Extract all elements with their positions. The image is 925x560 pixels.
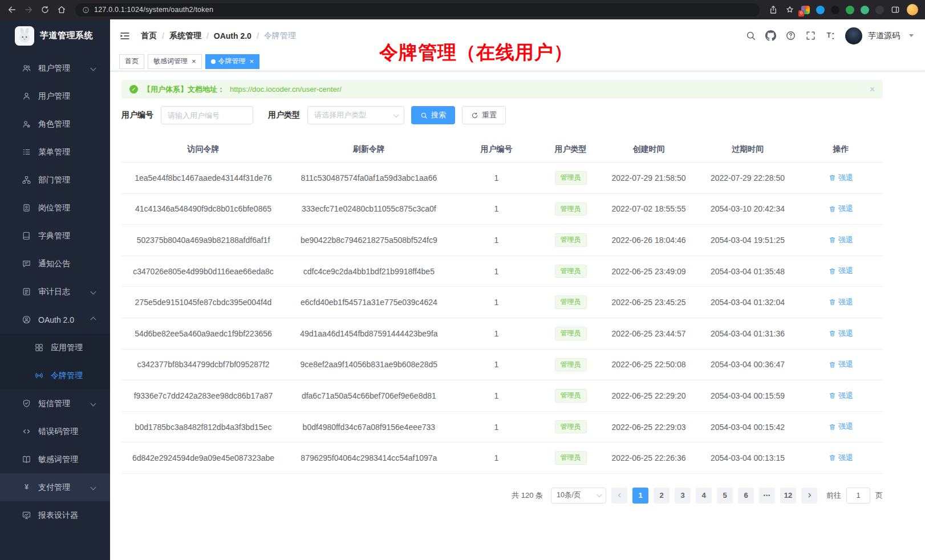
view-tab-3[interactable]: 令牌管理 × xyxy=(205,54,260,69)
user-id-input[interactable] xyxy=(161,106,253,124)
github-icon[interactable] xyxy=(765,30,776,41)
address-bar[interactable]: 127.0.0.1:1024/system/oauth2/token xyxy=(75,3,760,17)
sidebar-item-sensitive[interactable]: 敏感词管理 xyxy=(0,445,110,473)
extension-icon-6[interactable] xyxy=(875,6,884,14)
page-button-12[interactable]: 12 xyxy=(780,488,796,504)
expire-time-cell: 2054-03-04 01:31:36 xyxy=(696,318,799,349)
app-logo[interactable]: 芋道管理系统 xyxy=(0,19,110,52)
force-logout-button[interactable]: 强退 xyxy=(829,235,853,245)
force-logout-button[interactable]: 强退 xyxy=(829,453,853,463)
page-button-4[interactable]: 4 xyxy=(696,488,712,504)
breadcrumb: 首页/系统管理/OAuth 2.0/令牌管理 xyxy=(141,31,296,41)
extension-icon-3[interactable] xyxy=(831,6,839,14)
column-header: 操作 xyxy=(799,137,883,163)
user-type-cell: 管理员 xyxy=(540,349,601,380)
page-size-select[interactable]: 10条/页 xyxy=(551,488,606,504)
sidebar-item-post[interactable]: 岗位管理 xyxy=(0,194,110,222)
extension-icon-2[interactable] xyxy=(816,6,825,14)
site-info-icon[interactable] xyxy=(82,6,90,14)
page-button-3[interactable]: 3 xyxy=(675,488,691,504)
view-tab-2[interactable]: 敏感词管理 × xyxy=(148,54,202,69)
table-row: f9336e7c7dd242a283ee98dc86b17a87 dfa6c71… xyxy=(121,380,883,412)
extension-icon-1[interactable]: 0 xyxy=(801,6,810,14)
font-size-icon[interactable]: T xyxy=(825,30,836,41)
force-logout-button[interactable]: 强退 xyxy=(829,297,853,307)
close-icon[interactable]: × xyxy=(250,58,254,65)
force-logout-button[interactable]: 强退 xyxy=(829,391,853,401)
sidebar-item-dict[interactable]: 字典管理 xyxy=(0,222,110,250)
bookmark-star-icon[interactable] xyxy=(785,5,795,15)
breadcrumb-item[interactable]: 首页 xyxy=(141,31,157,41)
next-page-button[interactable] xyxy=(801,488,817,504)
force-logout-button[interactable]: 强退 xyxy=(829,421,853,432)
sidebar-item-sms[interactable]: 短信管理 xyxy=(0,389,110,417)
forward-button[interactable] xyxy=(23,5,34,15)
goto-page-input[interactable] xyxy=(846,488,870,504)
share-icon[interactable] xyxy=(768,5,778,15)
close-icon[interactable]: × xyxy=(192,58,196,65)
sidebar-item-oauth[interactable]: OAuth 2.0 xyxy=(0,306,110,334)
force-logout-label: 强退 xyxy=(838,421,853,432)
expire-time-cell: 2054-03-04 00:13:15 xyxy=(696,443,799,474)
force-logout-button[interactable]: 强退 xyxy=(829,204,853,214)
extension-icon-4[interactable] xyxy=(846,6,854,14)
sidebar-item-menu[interactable]: 菜单管理 xyxy=(0,138,110,166)
force-logout-button[interactable]: 强退 xyxy=(829,266,853,276)
sidebar-item-app[interactable]: 应用管理 xyxy=(0,334,110,362)
sidebar-item-pay[interactable]: 支付管理 xyxy=(0,473,110,501)
breadcrumb-item[interactable]: OAuth 2.0 xyxy=(214,31,251,40)
refresh-token-cell: 333ecfc71e02480cb11055c875c3ca0f xyxy=(285,193,453,225)
page-button-2[interactable]: 2 xyxy=(654,488,670,504)
sidebar-item-report[interactable]: 报表设计器 xyxy=(0,501,110,529)
sidebar-item-log[interactable]: 审计日志 xyxy=(0,278,110,306)
sidebar-item-label: 用户管理 xyxy=(38,91,70,102)
force-logout-button[interactable]: 强退 xyxy=(829,328,853,339)
help-icon[interactable] xyxy=(785,30,796,41)
sidebar-item-errcode[interactable]: 错误码管理 xyxy=(0,417,110,445)
chevron-icon xyxy=(91,289,96,295)
page-button-6[interactable]: 6 xyxy=(738,488,754,504)
back-button[interactable] xyxy=(7,5,17,15)
table-row: c347026e805e4d99b0d116eae66eda8c cdfc4ce… xyxy=(121,255,883,287)
user-type-select[interactable]: 请选择用户类型 xyxy=(307,106,404,124)
force-logout-label: 强退 xyxy=(838,359,853,370)
page-ellipsis[interactable]: ••• xyxy=(759,488,775,504)
menu-icon xyxy=(22,482,31,492)
home-button[interactable] xyxy=(56,5,67,15)
view-tab-1[interactable]: 首页 xyxy=(119,54,144,69)
page-button-1[interactable]: 1 xyxy=(632,488,648,504)
force-logout-label: 强退 xyxy=(838,266,853,276)
search-button[interactable]: 搜索 xyxy=(411,106,455,124)
extension-icon-5[interactable] xyxy=(861,6,869,14)
force-logout-button[interactable]: 强退 xyxy=(829,359,853,370)
sidebar-item-tenant[interactable]: 租户管理 xyxy=(0,54,110,82)
alert-close-icon[interactable]: × xyxy=(870,85,875,94)
access-token-cell: c342377bf8b344799dcbf7bf095287f2 xyxy=(121,349,285,380)
user-avatar[interactable] xyxy=(845,27,862,44)
reload-button[interactable] xyxy=(40,5,50,15)
prev-page-button[interactable] xyxy=(611,488,627,504)
search-icon[interactable] xyxy=(745,30,756,41)
user-menu-caret-icon[interactable] xyxy=(909,34,914,37)
chevron-icon xyxy=(91,485,96,490)
user-type-badge: 管理员 xyxy=(555,420,587,434)
refresh-token-cell: 49d1aa46d1454fbd87591444423be9fa xyxy=(285,318,453,349)
breadcrumb-item[interactable]: 系统管理 xyxy=(169,31,201,41)
reset-button[interactable]: 重置 xyxy=(462,106,506,124)
force-logout-button[interactable]: 强退 xyxy=(829,173,853,183)
sidebar-item-user[interactable]: 用户管理 xyxy=(0,82,110,110)
action-cell: 强退 xyxy=(799,225,883,256)
alert-link[interactable]: https://doc.iocoder.cn/user-center/ xyxy=(230,85,342,94)
sidebar-item-label: 岗位管理 xyxy=(38,203,70,213)
page-button-5[interactable]: 5 xyxy=(717,488,733,504)
user-name[interactable]: 芋道源码 xyxy=(868,31,900,41)
delete-icon xyxy=(829,267,836,275)
fullscreen-icon[interactable] xyxy=(805,30,816,41)
browser-profile-avatar[interactable] xyxy=(907,4,918,15)
collapse-sidebar-icon[interactable] xyxy=(119,30,131,42)
split-view-icon[interactable] xyxy=(890,5,900,15)
sidebar-item-role[interactable]: 角色管理 xyxy=(0,110,110,138)
sidebar-item-token[interactable]: 令牌管理 xyxy=(0,362,110,389)
sidebar-item-notice[interactable]: 通知公告 xyxy=(0,250,110,278)
sidebar-item-dept[interactable]: 部门管理 xyxy=(0,166,110,194)
